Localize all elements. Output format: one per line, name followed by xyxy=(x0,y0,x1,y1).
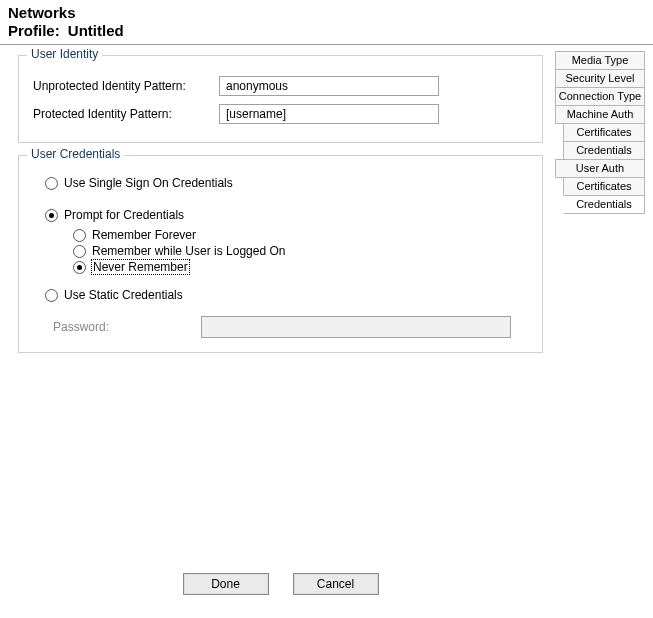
unprotected-input[interactable] xyxy=(219,76,439,96)
sso-label: Use Single Sign On Credentials xyxy=(64,176,233,190)
button-row: Done Cancel xyxy=(18,561,543,611)
page-title: Networks xyxy=(8,4,645,22)
sidebar-item-credentials-5[interactable]: Credentials xyxy=(563,141,645,160)
password-label: Password: xyxy=(53,320,201,334)
remember-logged-row[interactable]: Remember while User is Logged On xyxy=(73,244,532,258)
protected-label: Protected Identity Pattern: xyxy=(29,107,219,121)
unprotected-row: Unprotected Identity Pattern: xyxy=(29,76,532,96)
protected-input[interactable] xyxy=(219,104,439,124)
sidebar-item-media-type-0[interactable]: Media Type xyxy=(555,51,645,70)
sso-radio[interactable] xyxy=(45,177,58,190)
sidebar: Media TypeSecurity LevelConnection TypeM… xyxy=(555,45,653,617)
profile-label: Profile: xyxy=(8,22,60,39)
static-label: Use Static Credentials xyxy=(64,288,183,302)
prompt-radio-row[interactable]: Prompt for Credentials xyxy=(45,208,532,222)
profile-name: Untitled xyxy=(68,22,124,39)
sidebar-item-machine-auth-3[interactable]: Machine Auth xyxy=(555,105,645,124)
sidebar-item-certificates-4[interactable]: Certificates xyxy=(563,123,645,142)
never-remember-row[interactable]: Never Remember xyxy=(73,260,532,274)
sidebar-item-connection-type-2[interactable]: Connection Type xyxy=(555,87,645,106)
header: Networks Profile: Untitled xyxy=(0,0,653,44)
sso-radio-row[interactable]: Use Single Sign On Credentials xyxy=(45,176,532,190)
user-identity-title: User Identity xyxy=(27,47,102,61)
profile-row: Profile: Untitled xyxy=(8,22,645,40)
unprotected-label: Unprotected Identity Pattern: xyxy=(29,79,219,93)
password-input xyxy=(201,316,511,338)
remember-forever-row[interactable]: Remember Forever xyxy=(73,228,532,242)
sidebar-item-certificates-7[interactable]: Certificates xyxy=(563,177,645,196)
remember-forever-label: Remember Forever xyxy=(92,228,196,242)
body: User Identity Unprotected Identity Patte… xyxy=(0,45,653,617)
done-button[interactable]: Done xyxy=(183,573,269,595)
sidebar-item-credentials-8[interactable]: Credentials xyxy=(563,195,645,214)
prompt-radio[interactable] xyxy=(45,209,58,222)
static-radio[interactable] xyxy=(45,289,58,302)
never-remember-label: Never Remember xyxy=(92,260,189,274)
prompt-subgroup: Remember Forever Remember while User is … xyxy=(73,228,532,274)
main-panel: User Identity Unprotected Identity Patte… xyxy=(0,45,555,617)
user-credentials-title: User Credentials xyxy=(27,147,124,161)
remember-logged-radio[interactable] xyxy=(73,245,86,258)
prompt-label: Prompt for Credentials xyxy=(64,208,184,222)
remember-forever-radio[interactable] xyxy=(73,229,86,242)
cancel-button[interactable]: Cancel xyxy=(293,573,379,595)
static-radio-row[interactable]: Use Static Credentials xyxy=(45,288,532,302)
sidebar-item-security-level-1[interactable]: Security Level xyxy=(555,69,645,88)
user-credentials-group: User Credentials Use Single Sign On Cred… xyxy=(18,155,543,353)
protected-row: Protected Identity Pattern: xyxy=(29,104,532,124)
password-row: Password: xyxy=(53,316,532,338)
user-identity-group: User Identity Unprotected Identity Patte… xyxy=(18,55,543,143)
never-remember-radio[interactable] xyxy=(73,261,86,274)
sidebar-item-user-auth-6[interactable]: User Auth xyxy=(555,159,645,178)
remember-logged-label: Remember while User is Logged On xyxy=(92,244,285,258)
